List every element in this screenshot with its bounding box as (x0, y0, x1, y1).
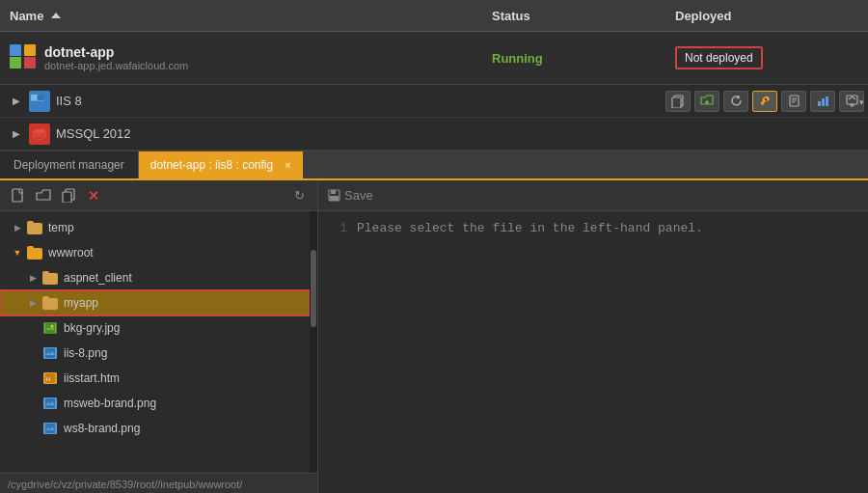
tree-toggle[interactable]: ▼ (12, 248, 23, 258)
list-item[interactable]: ▶ H iisstart.htm (0, 366, 310, 391)
app-icon (10, 44, 37, 71)
delete-file-btn[interactable]: ✕ (83, 186, 104, 205)
list-item[interactable]: ▶ aspnet_client (0, 265, 310, 290)
svg-point-8 (764, 98, 766, 100)
export-btn[interactable]: ▾ (839, 91, 864, 112)
file-tree: ▶ temp ▼ wwwroot (0, 211, 310, 473)
status-bar: /cygdrive/c/vz/private/8539/root//inetpu… (0, 473, 317, 493)
app-text: dotnet-app dotnet-app.jed.wafaicloud.com (44, 44, 188, 71)
tree-toggle[interactable]: ▶ (12, 223, 23, 233)
tree-label: myapp (64, 296, 98, 310)
svg-text:H: H (46, 376, 50, 382)
tab-bar: Deployment manager dotnet-app : iis8 : c… (0, 151, 868, 180)
svg-rect-13 (818, 101, 821, 106)
folder-icon (42, 271, 58, 285)
app-domain: dotnet-app.jed.wafaicloud.com (44, 60, 188, 71)
svg-rect-14 (822, 98, 825, 106)
tree-label: aspnet_client (64, 271, 132, 285)
app-status: Running (492, 51, 675, 66)
tree-label: iis-8.png (64, 346, 107, 360)
copy-file-btn[interactable] (58, 186, 79, 205)
iis-label: IIS 8 (56, 94, 646, 108)
tree-label: temp (48, 221, 74, 234)
svg-rect-2 (38, 95, 44, 100)
column-name-header: Name (0, 9, 492, 23)
iis-toggle[interactable]: ▶ (10, 95, 23, 108)
file-png-icon2 (42, 396, 58, 411)
new-file-btn[interactable] (8, 186, 29, 205)
svg-point-30 (51, 325, 54, 328)
file-btn[interactable] (781, 91, 806, 112)
svg-rect-1 (31, 95, 37, 100)
save-label: Save (344, 188, 373, 203)
list-item[interactable]: ▶ iis-8.png (0, 341, 310, 366)
svg-rect-41 (330, 196, 339, 201)
mssql-toggle[interactable]: ▶ (10, 127, 23, 141)
editor-placeholder: Please select the file in the left-hand … (357, 221, 703, 484)
refresh-file-btn[interactable]: ↻ (288, 186, 310, 205)
mssql-icon (29, 123, 50, 145)
list-item[interactable]: ▶ myapp (0, 290, 310, 315)
svg-rect-25 (13, 189, 22, 202)
sort-arrow-icon[interactable] (51, 13, 61, 18)
tree-label: ws8-brand.png (64, 422, 140, 435)
config-btn[interactable] (752, 91, 777, 112)
svg-rect-3 (31, 101, 44, 108)
new-folder-file-btn[interactable] (33, 186, 54, 205)
file-png-icon (42, 345, 58, 361)
file-image-icon (42, 320, 58, 336)
tab-active[interactable]: dotnet-app : iis8 : config × (139, 151, 303, 178)
list-item[interactable]: ▶ bkg-gry.jpg (0, 315, 310, 341)
column-status-header: Status (492, 9, 675, 23)
folder-icon (42, 296, 58, 310)
node-row-mssql[interactable]: ▶ MSSQL 2012 (0, 118, 868, 151)
list-item[interactable]: ▶ temp (0, 215, 310, 240)
editor-toolbar: Save (318, 180, 868, 211)
column-deployed-header: Deployed (675, 9, 868, 23)
folder-icon (27, 221, 42, 234)
editor-panel: Save 1 Please select the file in the lef… (318, 180, 868, 493)
refresh-btn[interactable] (723, 91, 748, 112)
not-deployed-badge: Not deployed (675, 46, 763, 69)
editor-body: 1 Please select the file in the left-han… (318, 211, 868, 493)
file-panel: ✕ ↻ ▶ temp ▼ (0, 180, 318, 493)
app-info: dotnet-app dotnet-app.jed.wafaicloud.com (0, 44, 492, 71)
chart-btn[interactable] (810, 91, 835, 112)
svg-rect-40 (331, 190, 336, 194)
list-item[interactable]: ▶ msweb-brand.png (0, 391, 310, 416)
svg-rect-5 (672, 97, 681, 108)
mssql-label: MSSQL 2012 (56, 126, 868, 141)
scrollbar-track[interactable] (310, 211, 317, 473)
tab-close-icon[interactable]: × (285, 159, 290, 171)
tree-label: wwwroot (48, 246, 94, 260)
main-content: ✕ ↻ ▶ temp ▼ (0, 180, 868, 493)
app-row: dotnet-app dotnet-app.jed.wafaicloud.com… (0, 32, 868, 85)
tree-label: bkg-gry.jpg (64, 321, 120, 335)
list-item[interactable]: ▶ ws8-brand.png (0, 416, 310, 441)
header-bar: Name Status Deployed (0, 0, 868, 32)
app-name: dotnet-app (44, 44, 188, 60)
scrollbar-thumb[interactable] (311, 250, 316, 327)
copy-btn[interactable] (665, 91, 691, 112)
status-path: /cygdrive/c/vz/private/8539/root//inetpu… (8, 479, 242, 490)
folder-icon (27, 246, 42, 260)
app-deployed: Not deployed (675, 46, 868, 69)
tree-toggle[interactable]: ▶ (27, 298, 39, 308)
tree-label: iisstart.htm (64, 371, 120, 385)
tab-deployment-manager[interactable]: Deployment manager (0, 151, 139, 178)
new-folder-btn[interactable] (694, 91, 719, 112)
line-numbers: 1 (328, 221, 347, 484)
node-row-iis[interactable]: ▶ IIS 8 (0, 85, 868, 118)
iis-toolbar: ▾ Config (665, 91, 868, 112)
save-button[interactable]: Save (328, 188, 373, 203)
file-tree-wrapper: ▶ temp ▼ wwwroot (0, 211, 317, 473)
file-html-icon: H (42, 370, 58, 386)
iis-icon (29, 91, 50, 112)
tree-label: msweb-brand.png (64, 397, 156, 410)
list-item[interactable]: ▼ wwwroot (0, 240, 310, 265)
svg-rect-27 (63, 192, 71, 203)
svg-rect-15 (826, 96, 828, 106)
tree-toggle[interactable]: ▶ (27, 273, 39, 283)
file-toolbar: ✕ ↻ (0, 180, 317, 211)
nodes-section: ▶ IIS 8 (0, 85, 868, 151)
